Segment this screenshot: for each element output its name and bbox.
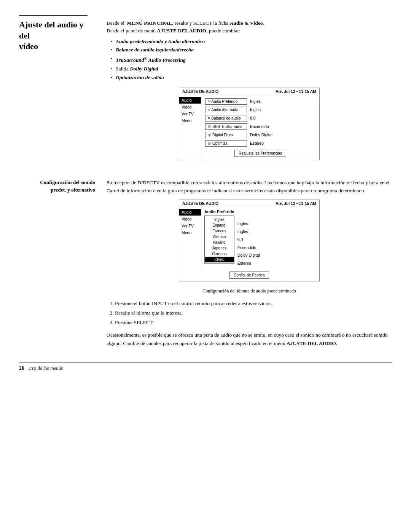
ui1-header-right: Vie, Jul 13 • 11:15 AM bbox=[276, 89, 316, 94]
page-footer: 26 Uso de los menús bbox=[19, 363, 392, 371]
ui2-item-japones[interactable]: Japones bbox=[205, 245, 234, 251]
ui2-dropdown-title: Audio Preferido bbox=[204, 209, 234, 214]
ui2-button-row: Config. de Fabrica bbox=[179, 269, 319, 281]
ui1-label-audio-alt: ≡ Audio Alternativ. bbox=[205, 107, 247, 113]
ui2-val-5: Dolby Digital bbox=[237, 252, 260, 259]
ui1-sidebar-vertv[interactable]: Ver TV bbox=[179, 110, 201, 117]
ui1-row-2: ≡ Audio Alternativ. Ingles bbox=[205, 107, 315, 113]
ui1-row-1: ≡ Audio Preferido Ingles bbox=[205, 98, 315, 105]
ui2-sidebar-vertv[interactable]: Ver TV bbox=[179, 222, 201, 229]
ui1-val-balance: 0,0 bbox=[250, 116, 256, 120]
ui2-dropdown-container: Audio Preferido Ingles Espanol Frances A… bbox=[204, 209, 234, 267]
ui2-sidebar-menu[interactable]: Menu bbox=[179, 229, 201, 236]
bullet-1: Audio predeterminado y Audio alternativo bbox=[116, 38, 205, 44]
ui1-label-balance: ≡ Balance de audio bbox=[205, 115, 247, 121]
ui1-sidebar-menu[interactable]: Menu bbox=[179, 117, 201, 124]
ui2-item-aleman[interactable]: Aleman bbox=[205, 234, 234, 240]
ui1-row-5: ◎ Digital Fruto Dolby Digital bbox=[205, 132, 315, 138]
ui1-label-audio-pref: ≡ Audio Preferido bbox=[205, 98, 247, 105]
ui2-config-button[interactable]: Config. de Fabrica bbox=[229, 272, 269, 279]
ui1-sidebar: Audio Video Ver TV Menu bbox=[179, 95, 201, 160]
bullet-3: TruSurround® Audio Processing bbox=[116, 57, 186, 63]
ui1-sidebar-audio[interactable]: Audio bbox=[179, 97, 201, 104]
ui1-button-row: Reajuste las Preferencias bbox=[205, 150, 315, 157]
ui2-val-2: Ingles bbox=[237, 228, 260, 235]
step-1: Presione el botón INPUT en el control re… bbox=[115, 299, 392, 308]
section1-title: Ajuste del audio y del vídeo bbox=[19, 19, 95, 52]
section2-text: Su receptor de DIRECTV es compatible con… bbox=[107, 179, 392, 195]
ui2-item-espanol[interactable]: Espanol bbox=[205, 222, 234, 228]
screenshot-caption: Configuración del idioma de audio predet… bbox=[107, 288, 392, 294]
step-2: Resalte el idioma que le interesa. bbox=[115, 309, 392, 318]
ui2-val-4: Encendido bbox=[237, 244, 260, 251]
ui2-val-6: Estereo bbox=[237, 260, 260, 267]
ui2-dropdown-list: Ingles Espanol Frances Aleman Italiano J… bbox=[204, 216, 234, 264]
ui1-body: Audio Video Ver TV Menu ≡ Audio Preferid… bbox=[179, 95, 319, 160]
ui1-label-digital: ◎ Digital Fruto bbox=[205, 132, 247, 138]
features-list: Audio predeterminado y Audio alternativo… bbox=[107, 37, 392, 82]
ui1-label-optimiza: ◎ Optimiza bbox=[205, 140, 247, 147]
bullet-4: Dolby Digital bbox=[130, 66, 158, 72]
ui2-sidebar-video[interactable]: Video bbox=[179, 216, 201, 222]
ui1-row-6: ◎ Optimiza Estereo bbox=[205, 140, 315, 147]
ui1-label-srs: ◎ SRS TruSurround bbox=[205, 123, 247, 130]
ui2-main: Audio Preferido Ingles Espanol Frances A… bbox=[201, 207, 319, 269]
ui1-val-audio-pref: Ingles bbox=[250, 99, 261, 104]
footer-label: Uso de los menús bbox=[28, 365, 63, 371]
ui1-val-optimiza: Estereo bbox=[250, 141, 264, 145]
ui2-values-col: Ingles Ingles 0,0 Encendido Dolby Digita… bbox=[237, 209, 260, 267]
ui2-header-right: Vie, Jul 13 • 11:15 AM bbox=[276, 201, 316, 206]
ui2-item-chino[interactable]: Chino bbox=[205, 257, 234, 262]
steps-list: Presione el botón INPUT en el control re… bbox=[107, 299, 392, 327]
ui2-sidebar-audio[interactable]: Audio bbox=[179, 209, 201, 216]
section2-right: Su receptor de DIRECTV es compatible con… bbox=[103, 179, 392, 351]
ui1-val-audio-alt: Ingles bbox=[250, 107, 261, 112]
ui1-header-left: AJUSTE DE AUDIO bbox=[182, 89, 218, 94]
ui1-main: ≡ Audio Preferido Ingles ≡ Audio Alterna… bbox=[201, 95, 319, 160]
bottom-paragraph: Ocasionalmente, es posible que se ofrezc… bbox=[107, 331, 392, 347]
ui-screenshot-1: AJUSTE DE AUDIO Vie, Jul 13 • 11:15 AM A… bbox=[179, 88, 320, 160]
ui1-reset-button[interactable]: Reajuste las Preferencias bbox=[234, 150, 286, 157]
ui-screenshot-2: AJUSTE DE AUDIO Vie, Jul 13 • 11:15 AM A… bbox=[179, 200, 320, 281]
ui2-sidebar: Audio Video Ver TV Menu bbox=[179, 207, 201, 269]
bullet-2: Balance de sonido izquierda/derecha bbox=[116, 47, 194, 53]
ui1-val-srs: Encendido bbox=[250, 124, 269, 129]
ui2-item-ingles[interactable]: Ingles bbox=[205, 217, 234, 222]
section2: Configuración del sonido predet. y alter… bbox=[19, 179, 392, 351]
ui2-body: Audio Video Ver TV Menu Audio Preferido … bbox=[179, 207, 319, 269]
bullet-5: Optimización de salida bbox=[116, 75, 164, 80]
ui2-val-1: Ingles bbox=[237, 220, 260, 227]
ui1-row-4: ◎ SRS TruSurround Encendido bbox=[205, 123, 315, 130]
ui2-val-3: 0,0 bbox=[237, 236, 260, 243]
ui2-item-coreano[interactable]: Coreano bbox=[205, 251, 234, 257]
footer-page-number: 26 bbox=[19, 365, 24, 371]
ui2-header-left: AJUSTE DE AUDIO bbox=[182, 201, 218, 206]
ui2-header: AJUSTE DE AUDIO Vie, Jul 13 • 11:15 AM bbox=[179, 200, 319, 207]
ui2-item-frances[interactable]: Frances bbox=[205, 228, 234, 234]
ui1-sidebar-video[interactable]: Video bbox=[179, 104, 201, 110]
section2-left: Configuración del sonido predet. y alter… bbox=[19, 179, 103, 351]
intro-text-1: Desde el MENÚ PRINCIPAL, resalte y SELEC… bbox=[107, 19, 392, 35]
ui1-val-digital: Dolby Digital bbox=[250, 133, 272, 137]
step-3: Presione SELECT. bbox=[115, 318, 392, 327]
section2-title: Configuración del sonido predet. y alter… bbox=[19, 179, 95, 194]
ui2-item-italiano[interactable]: Italiano bbox=[205, 240, 234, 245]
ui1-header: AJUSTE DE AUDIO Vie, Jul 13 • 11:15 AM bbox=[179, 88, 319, 95]
ui1-row-3: ≡ Balance de audio 0,0 bbox=[205, 115, 315, 121]
